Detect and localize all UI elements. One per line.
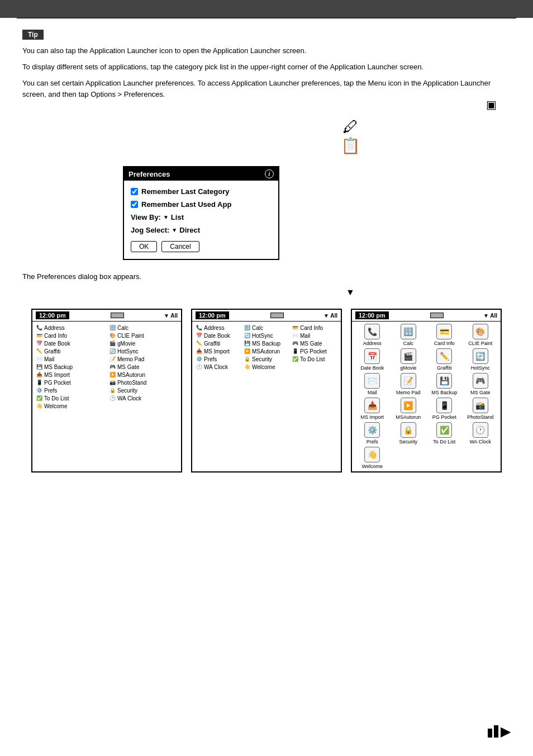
- waclock-icon: 🕐: [109, 395, 116, 401]
- compact-app-hotsync[interactable]: 🔄HotSync: [244, 332, 289, 339]
- remember-last-category-label: Remember Last Category: [141, 187, 230, 196]
- app-msgate[interactable]: 🎮MS Gate: [109, 363, 178, 371]
- launcher-list-category[interactable]: ▼ All: [164, 313, 178, 319]
- launcher-list-time: 12:00 pm: [36, 311, 69, 319]
- compact-app-security[interactable]: 🔒Security: [244, 355, 289, 363]
- compact-app-mail[interactable]: ✉️Mail: [292, 332, 337, 339]
- grid-app-photostand[interactable]: 📸PhotoStand: [464, 398, 498, 420]
- app-msautorun[interactable]: ▶️MSAutorun: [109, 371, 178, 379]
- app-memopad[interactable]: 📝Memo Pad: [109, 355, 178, 363]
- grid-app-hotsync[interactable]: 🔄HotSync: [464, 348, 498, 371]
- compact-app-welcome[interactable]: 👋Welcome: [244, 363, 289, 371]
- launcher-compact-time: 12:00 pm: [196, 311, 229, 319]
- grid-app-calc[interactable]: 🔢Calc: [392, 324, 426, 346]
- app-address[interactable]: 📞Address: [36, 324, 104, 332]
- grid-app-welcome[interactable]: 👋Welcome: [355, 447, 389, 469]
- remember-last-category-checkbox[interactable]: [131, 188, 138, 195]
- launchers-row: 12:00 pm ▼ All 📞Address 💳Card Info 📅Date…: [22, 309, 511, 472]
- compact-app-datebook[interactable]: 📅Date Book: [196, 332, 241, 339]
- grid-cardinfo-icon: 💳: [436, 324, 452, 339]
- grid-app-todolist[interactable]: ✅To Do List: [427, 422, 461, 445]
- app-prefs[interactable]: ⚙️Prefs: [36, 386, 104, 394]
- launcher-compact: 12:00 pm ▼ All 📞Address 🔢Calc 💳Card Info…: [191, 309, 342, 472]
- launcher-compact-category[interactable]: ▼ All: [323, 313, 337, 319]
- compact-app-pgpocket[interactable]: 📱PG Pocket: [292, 347, 337, 355]
- app-cardinfo[interactable]: 💳Card Info: [36, 332, 104, 339]
- prefs-icon: ⚙️: [36, 387, 42, 394]
- view-by-value: List: [171, 213, 184, 221]
- launcher-list-battery: [111, 313, 124, 318]
- next-arrow[interactable]: ▶: [501, 724, 511, 739]
- hotsync-icon: 🔄: [109, 348, 116, 355]
- grid-app-msgate[interactable]: 🎮MS Gate: [464, 373, 498, 395]
- list-icon: 📋: [341, 136, 360, 155]
- remember-last-used-app-checkbox[interactable]: [131, 201, 138, 208]
- grid-app-mail[interactable]: ✉️Mail: [355, 373, 389, 395]
- jog-select-arrow[interactable]: ▼: [172, 227, 177, 233]
- compact-app-msautorun[interactable]: ▶️MSAutorun: [244, 347, 289, 355]
- grid-app-pgpocket[interactable]: 📱PG Pocket: [427, 398, 461, 420]
- grid-datebook-icon: 📅: [364, 348, 380, 364]
- compact-app-prefs[interactable]: ⚙️Prefs: [196, 355, 241, 363]
- compact-app-cardinfo[interactable]: 💳Card Info: [292, 324, 337, 332]
- grid-calc-icon: 🔢: [401, 324, 416, 339]
- compact-app-address[interactable]: 📞Address: [196, 324, 241, 332]
- view-by-arrow[interactable]: ▼: [163, 214, 169, 220]
- remember-last-used-app-label: Remember Last Used App: [141, 200, 231, 209]
- grid-prefs-icon: ⚙️: [364, 422, 380, 438]
- launcher-list-col2: 🔢Calc 🎨CLIE Paint 🎬gMovie 🔄HotSync 📝Memo…: [109, 324, 178, 410]
- app-waclock[interactable]: 🕐WA Clock: [109, 394, 178, 402]
- preferences-dialog: Preferences i Remember Last Category Rem…: [123, 166, 279, 260]
- compact-app-msimport[interactable]: 📥MS Import: [196, 347, 241, 355]
- grid-msautorun-icon: ▶️: [401, 398, 416, 413]
- ok-button[interactable]: OK: [131, 241, 157, 252]
- grid-app-security[interactable]: 🔒Security: [392, 422, 426, 445]
- grid-app-cardinfo[interactable]: 💳Card Info: [427, 324, 461, 346]
- compact-app-waclock[interactable]: 🕐WA Clock: [196, 363, 241, 371]
- grid-app-address[interactable]: 📞Address: [355, 324, 389, 346]
- msimport-icon: 📥: [36, 371, 42, 378]
- app-cliepaint[interactable]: 🎨CLIE Paint: [109, 332, 178, 339]
- app-msimport[interactable]: 📥MS Import: [36, 371, 104, 379]
- todolist-icon: ✅: [36, 395, 42, 401]
- grid-app-gmovie[interactable]: 🎬gMovie: [392, 348, 426, 371]
- grid-app-msbackup[interactable]: 💾MS Backup: [427, 373, 461, 395]
- compact-app-todolist[interactable]: ✅To Do List: [292, 355, 337, 363]
- app-calc[interactable]: 🔢Calc: [109, 324, 178, 332]
- grid-app-graffiti[interactable]: ✏️Graffiti: [427, 348, 461, 371]
- app-mail[interactable]: ✉️Mail: [36, 355, 104, 363]
- pgpocket-icon: 📱: [36, 379, 42, 386]
- compact-app-graffiti[interactable]: ✏️Graffiti: [196, 339, 241, 347]
- grid-app-msimport[interactable]: 📥MS Import: [355, 398, 389, 420]
- launcher-grid-category[interactable]: ▼ All: [483, 313, 497, 319]
- app-pgpocket[interactable]: 📱PG Pocket: [36, 379, 104, 386]
- bottom-navigation[interactable]: ▶: [488, 724, 511, 739]
- app-security[interactable]: 🔒Security: [109, 386, 178, 394]
- compact-app-msgate[interactable]: 🎮MS Gate: [292, 339, 337, 347]
- compact-app-msbackup[interactable]: 💾MS Backup: [244, 339, 289, 347]
- grid-app-waclock[interactable]: 🕐WA Clock: [464, 422, 498, 445]
- jog-select-row: Jog Select: ▼ Direct: [131, 224, 272, 237]
- photostand-icon: 📸: [109, 379, 116, 386]
- app-msbackup[interactable]: 💾MS Backup: [36, 363, 104, 371]
- cancel-button[interactable]: Cancel: [161, 241, 199, 252]
- view-by-row: View By: ▼ List: [131, 211, 272, 224]
- grid-mail-icon: ✉️: [364, 373, 380, 389]
- app-hotsync[interactable]: 🔄HotSync: [109, 347, 178, 355]
- grid-app-prefs[interactable]: ⚙️Prefs: [355, 422, 389, 445]
- compact-app-calc[interactable]: 🔢Calc: [244, 324, 289, 332]
- app-welcome[interactable]: 👋Welcome: [36, 402, 104, 410]
- grid-graffiti-icon: ✏️: [436, 348, 452, 364]
- grid-app-msautorun[interactable]: ▶️MSAutorun: [392, 398, 426, 420]
- app-datebook[interactable]: 📅Date Book: [36, 339, 104, 347]
- grid-app-cliepaint[interactable]: 🎨CLIE Paint: [464, 324, 498, 346]
- grid-app-datebook[interactable]: 📅Date Book: [355, 348, 389, 371]
- jog-select-label: Jog Select:: [131, 226, 169, 234]
- app-todolist[interactable]: ✅To Do List: [36, 394, 104, 402]
- app-photostand[interactable]: 📸PhotoStand: [109, 379, 178, 386]
- app-graffiti[interactable]: ✏️Graffiti: [36, 347, 104, 355]
- launcher-compact-header: 12:00 pm ▼ All: [192, 310, 341, 322]
- grid-app-memopad[interactable]: 📝Memo Pad: [392, 373, 426, 395]
- app-gmovie[interactable]: 🎬gMovie: [109, 339, 178, 347]
- grid-msgate-icon: 🎮: [473, 373, 488, 389]
